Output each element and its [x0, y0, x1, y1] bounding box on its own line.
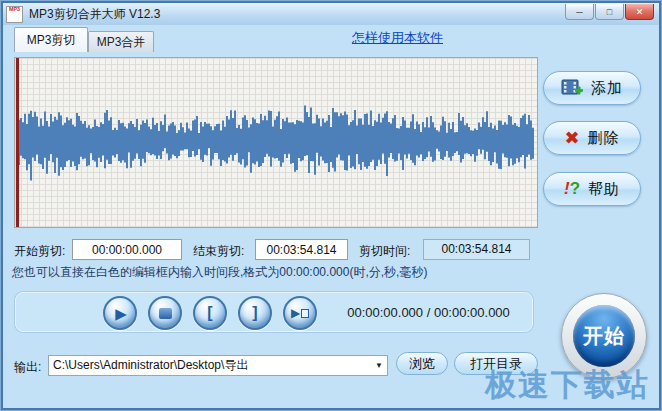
- delete-button[interactable]: ✖ 删除: [543, 121, 641, 155]
- start-button-label: 开始: [573, 305, 635, 367]
- add-button[interactable]: 添加: [543, 71, 641, 105]
- stop-icon: [159, 308, 172, 319]
- waveform-panel[interactable]: [14, 57, 538, 228]
- start-cut-input[interactable]: [72, 239, 182, 260]
- help-button-label: 帮助: [588, 180, 620, 199]
- red-x-icon: ✖: [564, 129, 579, 147]
- tab-mp3-merge[interactable]: MP3合并: [88, 31, 154, 52]
- delete-button-label: 删除: [588, 129, 620, 148]
- browse-button[interactable]: 浏览: [396, 352, 448, 375]
- app-window: MP3 CUT MP3剪切合并大师 V12.3 ─ □ ✕ MP3剪切 MP3合…: [0, 0, 662, 411]
- waveform-graphic: [15, 58, 537, 227]
- player-panel: ▶ [ ] ▶ 00:00:00.000 / 00:00:00.000: [15, 292, 533, 332]
- play-button[interactable]: ▶: [103, 296, 137, 330]
- caption-buttons: ─ □ ✕: [565, 4, 654, 20]
- maximize-icon: □: [607, 7, 612, 17]
- help-icon: !?: [564, 179, 580, 199]
- end-cut-input[interactable]: [255, 239, 348, 260]
- playhead-cursor[interactable]: [16, 58, 19, 227]
- app-icon-mp3-text: MP3: [8, 7, 22, 12]
- set-end-button[interactable]: ]: [238, 296, 272, 330]
- stop-button[interactable]: [148, 296, 182, 330]
- bracket-left-icon: [: [207, 305, 212, 321]
- add-button-label: 添加: [591, 79, 623, 98]
- minimize-icon: ─: [576, 7, 582, 17]
- tab-mp3-cut[interactable]: MP3剪切: [14, 27, 88, 52]
- start-button[interactable]: 开始: [561, 293, 647, 379]
- hint-text: 您也可以直接在白色的编辑框内输入时间段,格式为00:00:00.000(时,分,…: [12, 264, 427, 281]
- output-path-value: C:\Users\Administrator\Desktop\导出: [49, 357, 371, 374]
- film-add-icon: [561, 78, 583, 98]
- close-icon: ✕: [636, 7, 644, 17]
- minimize-button[interactable]: ─: [565, 4, 594, 20]
- window-title: MP3剪切合并大师 V12.3: [29, 6, 160, 23]
- maximize-button[interactable]: □: [595, 4, 624, 20]
- app-icon-wave: [7, 22, 22, 23]
- play-icon: ▶: [115, 306, 127, 321]
- bracket-right-icon: ]: [252, 305, 257, 321]
- start-cut-label: 开始剪切:: [14, 243, 65, 260]
- selection-marker-icon: [301, 309, 309, 318]
- output-label: 输出:: [14, 359, 41, 376]
- close-button[interactable]: ✕: [625, 4, 654, 20]
- cut-duration-value: 00:03:54.814: [423, 239, 530, 260]
- playback-time-display: 00:00:00.000 / 00:00:00.000: [336, 293, 521, 331]
- help-button[interactable]: !? 帮助: [543, 172, 641, 206]
- end-cut-label: 结束剪切:: [193, 243, 244, 260]
- play-selection-button[interactable]: ▶: [283, 296, 317, 330]
- play-selection-icon: ▶: [291, 307, 300, 319]
- open-directory-button[interactable]: 打开目录: [454, 352, 538, 375]
- cut-duration-label: 剪切时间:: [359, 243, 410, 260]
- help-link[interactable]: 怎样使用本软件: [352, 29, 443, 47]
- title-bar: MP3 CUT MP3剪切合并大师 V12.3 ─ □ ✕: [3, 3, 659, 25]
- app-icon: MP3 CUT: [6, 6, 23, 23]
- chevron-down-icon[interactable]: ▼: [371, 361, 387, 370]
- output-path-combobox[interactable]: C:\Users\Administrator\Desktop\导出 ▼: [48, 355, 388, 376]
- set-start-button[interactable]: [: [193, 296, 227, 330]
